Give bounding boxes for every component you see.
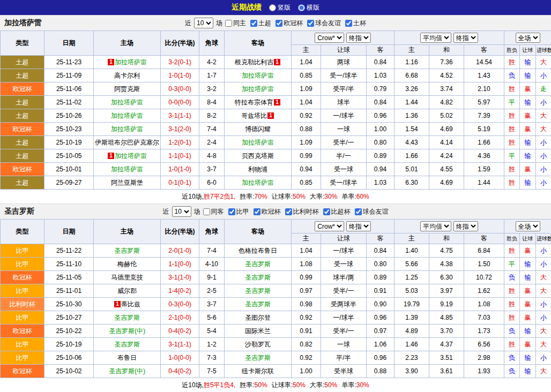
filter-checkbox-input[interactable] <box>276 20 282 27</box>
horizontal-radio[interactable] <box>298 4 305 11</box>
avg-time-select[interactable]: 终指 <box>453 33 478 43</box>
team-name[interactable]: 加拉塔萨雷 <box>111 165 143 173</box>
handicap-cell: 一/球半 <box>321 311 367 325</box>
vertical-radio-label: 竖版 <box>278 3 291 12</box>
filter-checkbox-input[interactable] <box>323 208 330 215</box>
team-name[interactable]: 加拉塔萨雷 <box>115 58 147 66</box>
corner-cell: 3-2 <box>199 82 225 96</box>
team-name[interactable]: 梅赫伦 <box>117 260 137 268</box>
filter-checkbox[interactable]: 同主 <box>225 19 246 28</box>
team-name[interactable]: 伊斯坦布尔巴萨克塞尔 <box>95 139 159 146</box>
match-count-select[interactable]: 10 <box>194 18 213 28</box>
team-name[interactable]: 圣吉罗斯 <box>114 341 140 348</box>
layout-option-horizontal[interactable]: 横版 <box>298 3 319 12</box>
odds-source-select[interactable]: Crow* <box>315 221 344 231</box>
fullmatch-select[interactable]: 全场 <box>516 221 540 231</box>
team-name[interactable]: 布鲁日 <box>117 354 137 361</box>
filter-checkbox-input[interactable] <box>285 208 292 215</box>
team-name[interactable]: 哥兹塔比 <box>241 112 267 119</box>
filter-checkbox-input[interactable] <box>225 20 232 27</box>
team-name[interactable]: 阿兰亚斯堡 <box>111 179 143 186</box>
col-date: 日期 <box>44 31 94 56</box>
filter-checkbox[interactable]: 同客 <box>203 207 224 216</box>
filter-checkbox-input[interactable] <box>355 208 362 215</box>
filter-checkbox-input[interactable] <box>203 208 210 215</box>
layout-option-vertical[interactable]: 竖版 <box>269 3 291 12</box>
odds-time-select[interactable]: 终指 <box>346 221 371 231</box>
team-name[interactable]: 圣吉罗斯 <box>245 274 271 281</box>
sub-avg-away: 客 <box>464 233 504 244</box>
date-cell: 25-11-23 <box>44 56 94 69</box>
team-name[interactable]: 国际米兰 <box>245 327 271 335</box>
team-name[interactable]: 加拉塔萨雷 <box>111 99 143 106</box>
filter-checkbox-input[interactable] <box>228 208 235 215</box>
team-name[interactable]: 纽卡斯尔联 <box>242 367 274 375</box>
filter-checkbox[interactable]: 球会友谊 <box>307 19 341 28</box>
team-name[interactable]: 威尔郡 <box>117 287 137 295</box>
away-odds-cell: 1.03 <box>367 69 394 82</box>
team-name[interactable]: 加拉塔萨雷 <box>111 112 143 119</box>
team-name[interactable]: 圣吉罗斯 <box>114 314 140 321</box>
filter-checkbox[interactable]: 比利时杯 <box>285 207 319 216</box>
handicap-cell: 一/球半 <box>321 244 367 258</box>
filter-checkbox[interactable]: 土超 <box>250 19 271 28</box>
filter-checkbox-label: 球会友谊 <box>363 207 389 216</box>
match-count-select[interactable]: 10 <box>172 206 191 217</box>
team-name[interactable]: 蒂比兹 <box>121 300 140 308</box>
team-name[interactable]: 圣吉罗斯(中) <box>109 327 145 335</box>
odds-time-select[interactable]: 终指 <box>346 33 371 43</box>
team-name[interactable]: 根克勒比利吉 <box>235 58 273 66</box>
team-name[interactable]: 加拉塔萨雷 <box>242 139 274 146</box>
filter-checkbox[interactable]: 比超杯 <box>323 207 351 216</box>
odds-source-select[interactable]: Crow* <box>315 33 344 43</box>
avg-source-select[interactable]: 平均值 <box>420 33 451 43</box>
filter-checkbox-input[interactable] <box>254 208 260 215</box>
team-name[interactable]: 加拉塔萨雷 <box>115 152 147 160</box>
team-section-header: 圣吉罗斯 近 10 场 同客比甲欧冠杯比利时杯比超杯球会友谊 <box>0 203 551 219</box>
summary-stat-label: 单率: <box>341 193 356 200</box>
result-handicap-cell: 赢 <box>520 338 536 351</box>
result-goals-cell: 大 <box>536 123 551 136</box>
team-name[interactable]: 圣吉罗斯(中) <box>109 367 145 375</box>
avg-time-select[interactable]: 终指 <box>453 221 478 231</box>
vertical-radio[interactable] <box>269 4 276 11</box>
away-odds-cell: 1.06 <box>367 338 394 351</box>
team-name[interactable]: 利物浦 <box>248 165 267 173</box>
team-name[interactable]: 贝西克塔斯 <box>242 152 274 160</box>
result-goals-cell: 小 <box>536 244 551 258</box>
team-name[interactable]: 圣吉罗斯 <box>114 247 140 254</box>
team-name[interactable]: 圣图尔登 <box>245 314 271 321</box>
league-cell: 比甲 <box>1 338 44 351</box>
filter-checkbox[interactable]: 比甲 <box>228 207 249 216</box>
team-name[interactable]: 阿贾克斯 <box>114 85 140 93</box>
team-name[interactable]: 加拉塔萨雷 <box>242 72 274 79</box>
team-name[interactable]: 圣吉罗斯 <box>245 287 271 295</box>
team-name[interactable]: 沙勒罗瓦 <box>245 341 271 348</box>
home-team-cell: 圣吉罗斯(中) <box>94 325 161 338</box>
filter-checkbox-input[interactable] <box>307 20 314 27</box>
team-name[interactable]: 圣吉罗斯 <box>245 354 271 361</box>
team-name[interactable]: 圣吉罗斯 <box>245 260 271 268</box>
avg-source-select[interactable]: 平均值 <box>420 221 451 231</box>
filter-checkbox[interactable]: 欧冠杯 <box>254 207 281 216</box>
team-name[interactable]: 加拉塔萨雷 <box>242 179 274 186</box>
result-wdl-cell: 胜 <box>504 163 520 176</box>
team-title: 加拉塔萨雷 <box>4 18 42 28</box>
fullmatch-select[interactable]: 全场 <box>516 33 540 43</box>
team-name[interactable]: 色格拉布鲁日 <box>239 247 277 254</box>
filter-checkbox-input[interactable] <box>250 20 257 27</box>
team-name[interactable]: 博德闪耀 <box>245 125 271 133</box>
away-team-cell: 圣吉罗斯 <box>225 271 292 284</box>
team-name[interactable]: 高卡尔利 <box>114 72 140 79</box>
filter-checkbox[interactable]: 土杯 <box>345 19 366 28</box>
filter-checkbox[interactable]: 球会友谊 <box>355 207 389 216</box>
col-corner: 角球 <box>199 31 225 56</box>
league-cell: 比甲 <box>1 311 44 325</box>
filter-checkbox-input[interactable] <box>345 20 352 27</box>
team-name[interactable]: 圣吉罗斯 <box>245 300 271 308</box>
team-name[interactable]: 特拉布宗体育 <box>235 99 273 106</box>
filter-checkbox[interactable]: 欧冠杯 <box>276 19 303 28</box>
team-name[interactable]: 加拉塔萨雷 <box>111 125 143 133</box>
team-name[interactable]: 马德里竞技 <box>111 274 143 281</box>
team-name[interactable]: 加拉塔萨雷 <box>242 85 274 93</box>
